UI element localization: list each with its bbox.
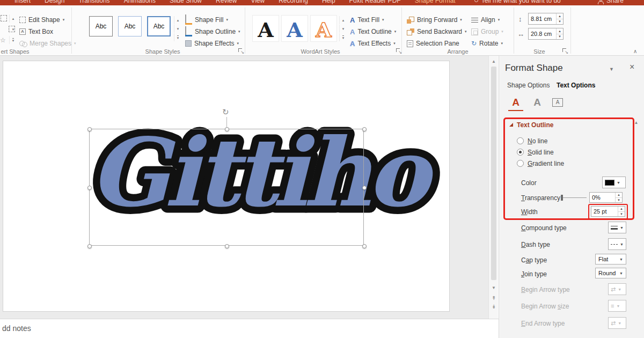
tab-transitions[interactable]: Transitions	[71, 0, 116, 5]
gradient-line-label[interactable]: Gradient line	[528, 160, 564, 167]
resize-handle-se[interactable]	[362, 244, 367, 248]
collapse-ribbon-icon[interactable]: ∧	[633, 48, 637, 54]
join-type-combo[interactable]: Round ▼	[595, 268, 626, 278]
bring-forward-button[interactable]: Bring Forward ▾	[407, 14, 462, 25]
compound-type-dropdown[interactable]: ▼	[608, 222, 626, 233]
end-arrow-type-dropdown[interactable]: ⇄ ▼	[608, 317, 626, 329]
gallery-more-icon[interactable]: ▾	[174, 33, 181, 41]
scroll-down-icon[interactable]: ▼	[490, 284, 497, 291]
group-button[interactable]: Group ▾	[471, 26, 503, 37]
transparency-slider-thumb[interactable]	[561, 195, 563, 201]
spinner-up-icon[interactable]: ▲	[557, 28, 563, 34]
close-icon[interactable]: ×	[630, 62, 634, 72]
scroll-up-icon[interactable]: ▲	[490, 57, 497, 65]
textbox-tab-icon[interactable]: A	[550, 95, 565, 109]
resize-handle-n[interactable]	[225, 127, 229, 131]
tab-insert[interactable]: Insert	[8, 0, 38, 5]
solid-line-label[interactable]: Solid line	[528, 149, 554, 156]
no-line-radio[interactable]	[517, 137, 524, 144]
tab-design[interactable]: Design	[38, 0, 71, 5]
gallery-up-icon[interactable]: ▴	[9, 14, 17, 23]
text-fill-button[interactable]: A Text Fill ▾	[350, 14, 384, 25]
gallery-more-icon[interactable]: ▾	[9, 36, 17, 44]
spinner-down-icon[interactable]: ▼	[618, 211, 625, 217]
text-outline-section-header[interactable]: Text Outline	[517, 121, 553, 129]
tab-review[interactable]: Review	[209, 0, 244, 5]
transparency-slider-track[interactable]	[561, 197, 587, 198]
text-effects-button[interactable]: A Text Effects ▾	[350, 38, 396, 49]
gallery-down-icon[interactable]: ▾	[174, 25, 181, 33]
resize-handle-e[interactable]	[362, 186, 367, 190]
text-outline-button[interactable]: A Text Outline ▾	[350, 26, 396, 37]
previous-slide-icon[interactable]: ↟	[490, 294, 497, 302]
wordart-styles-dialog-launcher-icon[interactable]	[396, 48, 401, 53]
gallery-down-icon[interactable]: ▾	[339, 25, 347, 33]
dash-type-dropdown[interactable]: ▼	[608, 238, 626, 250]
gallery-up-icon[interactable]: ▴	[339, 16, 347, 24]
pane-options-chevron-icon[interactable]: ▼	[609, 67, 614, 72]
no-line-label[interactable]: No line	[528, 137, 547, 145]
selection-pane-button[interactable]: Selection Pane	[407, 38, 459, 49]
resize-handle-ne[interactable]	[362, 127, 367, 131]
shape-style-thumbnail[interactable]: Abc	[89, 16, 113, 36]
notes-placeholder[interactable]: dd notes	[2, 324, 31, 333]
slide-editor-area[interactable]: Gittiho ↻	[0, 56, 488, 319]
send-backward-button[interactable]: Send Backward ▾	[407, 26, 467, 37]
begin-arrow-size-dropdown[interactable]: ≡ ▼	[608, 300, 626, 312]
tab-slide-show[interactable]: Slide Show	[163, 0, 209, 5]
shape-outline-button[interactable]: Shape Outline ▾	[185, 26, 240, 37]
resize-handle-sw[interactable]	[87, 244, 92, 248]
section-collapse-icon[interactable]	[509, 123, 513, 127]
spinner-up-icon[interactable]: ▲	[618, 207, 625, 211]
tab-view[interactable]: View	[244, 0, 272, 5]
resize-handle-w[interactable]	[87, 186, 92, 190]
align-button[interactable]: Align ▾	[471, 14, 500, 25]
begin-arrow-type-dropdown[interactable]: ⇄ ▼	[608, 283, 626, 295]
shape-gallery-cut-icon[interactable]	[1, 15, 7, 21]
wordart-style-thumbnail[interactable]: A	[281, 15, 308, 42]
shape-style-thumbnail[interactable]: Abc	[118, 16, 142, 36]
edit-shape-button[interactable]: Edit Shape ▾	[19, 14, 64, 25]
spinner-down-icon[interactable]: ▼	[557, 19, 563, 25]
text-box-button[interactable]: A Text Box	[19, 26, 53, 37]
tab-shape-options[interactable]: Shape Options	[507, 82, 550, 89]
spinner-up-icon[interactable]: ▲	[557, 13, 563, 19]
text-fill-outline-tab-icon[interactable]: A	[508, 95, 523, 109]
tab-help[interactable]: Help	[315, 0, 342, 5]
resize-handle-nw[interactable]	[87, 127, 92, 131]
merge-shapes-button[interactable]: Merge Shapes ▾	[19, 38, 76, 49]
cap-type-combo[interactable]: Flat ▼	[595, 254, 626, 264]
rotate-handle-icon[interactable]: ↻	[222, 108, 229, 116]
width-field[interactable]: ▲▼	[591, 206, 625, 217]
tab-recording[interactable]: Recording	[272, 0, 315, 5]
next-slide-icon[interactable]: ↡	[490, 303, 497, 310]
spinner-arrows[interactable]: ▲▼	[556, 13, 563, 24]
tell-me-box[interactable]: Tell me what you want to do	[474, 0, 561, 5]
shape-style-thumbnail[interactable]: Abc	[147, 16, 171, 36]
text-effects-tab-icon[interactable]: A	[530, 95, 545, 109]
spinner-up-icon[interactable]: ▲	[616, 193, 622, 197]
width-input[interactable]	[591, 207, 618, 216]
wordart-style-thumbnail[interactable]: A	[310, 15, 337, 42]
slide-canvas[interactable]: Gittiho ↻	[3, 61, 450, 312]
spinner-down-icon[interactable]: ▼	[557, 34, 563, 40]
gradient-line-radio[interactable]	[517, 160, 524, 167]
tab-text-options[interactable]: Text Options	[557, 82, 595, 89]
outline-color-picker[interactable]: ▼	[602, 177, 626, 188]
gallery-more-icon[interactable]: ▾	[339, 33, 347, 41]
shape-height-input[interactable]	[529, 13, 556, 24]
resize-handle-s[interactable]	[225, 244, 229, 248]
tab-animations[interactable]: Animations	[117, 0, 163, 5]
shape-styles-dialog-launcher-icon[interactable]	[238, 48, 243, 53]
star-shape-icon[interactable]: ☆	[0, 36, 6, 44]
shape-effects-button[interactable]: Shape Effects ▾	[185, 38, 239, 49]
notes-bar[interactable]: dd notes	[0, 319, 499, 338]
selection-box[interactable]: ↻	[89, 129, 364, 246]
solid-line-radio[interactable]	[517, 149, 524, 156]
transparency-input[interactable]	[590, 193, 615, 202]
spinner-down-icon[interactable]: ▼	[616, 197, 622, 203]
gallery-down-icon[interactable]: ▾	[9, 25, 17, 33]
scrollbar-thumb[interactable]	[491, 67, 496, 280]
shape-height-field[interactable]: ▲▼	[528, 13, 564, 25]
tab-foxit-reader-pdf[interactable]: Foxit Reader PDF	[342, 0, 408, 5]
